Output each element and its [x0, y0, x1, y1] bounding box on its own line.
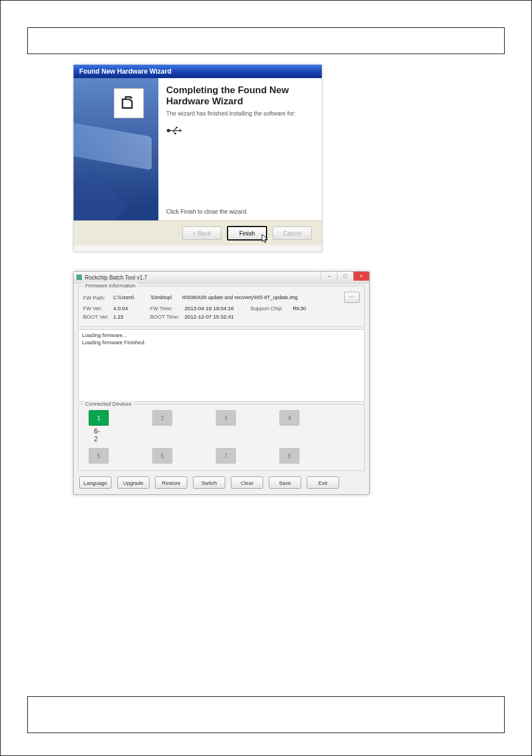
device-4[interactable]: 4	[279, 410, 299, 426]
back-button[interactable]: < Back	[182, 227, 221, 240]
svg-rect-5	[175, 133, 176, 134]
devices-row-1: 1 6-2 2 3 4	[83, 408, 360, 428]
rk-titlebar: Rockchip Batch Tool v1.7 – □ ×	[74, 272, 369, 283]
minimize-button[interactable]: –	[321, 272, 337, 281]
fw-ver-value: 4.0.04	[113, 305, 147, 311]
boot-time-label: BOOT Time:	[150, 314, 181, 320]
device-1-label: 1	[97, 415, 100, 421]
boot-time-value: 2012-12-07 15:32:41	[185, 314, 234, 320]
device-3[interactable]: 3	[216, 410, 236, 426]
footer-box	[27, 696, 505, 733]
device-2[interactable]: 2	[152, 410, 172, 426]
firmware-group-title: Firmware Information	[83, 282, 138, 288]
finish-button[interactable]: Finish	[227, 226, 267, 240]
devices-row-2: 5 6 7 8	[83, 446, 360, 466]
wizard-titlebar: Found New Hardware Wizard	[74, 65, 322, 78]
exit-button[interactable]: Exit	[307, 476, 339, 489]
fw-path-a: C:\Users\	[113, 295, 134, 300]
support-chip-value: RK30	[293, 305, 306, 311]
devices-group-title: Connected Devices	[83, 401, 133, 407]
wizard-sidebar	[74, 78, 158, 220]
fw-path-label: FW Path:	[83, 295, 110, 301]
device-5[interactable]: 5	[89, 448, 109, 464]
fw-path-value: C:\Users\ \Desktop\ IIIS080428 update an…	[113, 295, 341, 300]
language-button[interactable]: Language	[79, 476, 112, 489]
device-7[interactable]: 7	[216, 448, 236, 464]
main-content: Found New Hardware Wizard Completing the…	[27, 64, 505, 495]
browse-button[interactable]: …	[344, 292, 360, 303]
log-panel: Loading firmware... Loading firmware Fin…	[78, 329, 365, 402]
device-8[interactable]: 8	[279, 448, 299, 464]
wizard-close-text: Click Finish to close the wizard.	[166, 208, 248, 215]
wizard-main: Completing the Found New Hardware Wizard…	[158, 78, 322, 220]
hardware-icon	[114, 88, 144, 118]
boot-ver-label: BOOT Ver:	[83, 314, 110, 320]
fw-ver-row: FW Ver: 4.0.04 FW Time: 2013-04-19 19:04…	[83, 305, 360, 311]
fw-ver-label: FW Ver:	[83, 305, 110, 311]
fw-time-value: 2013-04-19 19:04:16	[185, 305, 247, 311]
firmware-group: Firmware Information FW Path: C:\Users\ …	[78, 286, 365, 327]
support-chip-label: Support Chip:	[250, 305, 289, 311]
save-button[interactable]: Save	[269, 476, 301, 489]
decor-chip	[74, 171, 129, 220]
restore-button[interactable]: Restore	[155, 476, 187, 489]
device-6[interactable]: 6	[152, 448, 172, 464]
rk-title: Rockchip Batch Tool v1.7	[85, 275, 147, 281]
wizard-window: Found New Hardware Wizard Completing the…	[73, 64, 322, 252]
window-controls: – □ ×	[321, 272, 369, 281]
fw-path-c: IIIS080428 update and recovery\IIIS-8T_u…	[182, 295, 298, 300]
fw-time-label: FW Time:	[150, 305, 181, 311]
switch-button[interactable]: Switch	[193, 476, 225, 489]
device-1-sub: 6-2	[94, 427, 104, 443]
devices-group: Connected Devices 1 6-2 2 3 4 5 6 7 8	[78, 404, 365, 471]
fw-path-row: FW Path: C:\Users\ \Desktop\ IIIS080428 …	[83, 292, 360, 303]
boot-ver-value: 1.22	[113, 314, 147, 320]
wizard-heading: Completing the Found New Hardware Wizard	[166, 85, 314, 107]
decor-bar	[74, 120, 152, 170]
wizard-footer: < Back Finish Cancel	[74, 220, 322, 245]
cancel-button[interactable]: Cancel	[273, 227, 312, 240]
header-bar	[27, 27, 505, 54]
rk-window: Rockchip Batch Tool v1.7 – □ × Firmware …	[73, 271, 370, 495]
device-1[interactable]: 1 6-2	[89, 410, 109, 426]
svg-point-0	[167, 129, 170, 132]
fw-path-b: \Desktop\	[151, 295, 172, 300]
wizard-subtext: The wizard has finished installing the s…	[166, 110, 314, 117]
finish-label: Finish	[239, 230, 255, 237]
svg-point-3	[176, 127, 177, 128]
rk-app-icon	[76, 274, 83, 281]
close-button[interactable]: ×	[353, 272, 369, 281]
maximize-button[interactable]: □	[337, 272, 353, 281]
upgrade-button[interactable]: Upgrade	[117, 476, 149, 489]
cursor-icon	[262, 234, 269, 244]
clear-button[interactable]: Clear	[231, 476, 263, 489]
boot-ver-row: BOOT Ver: 1.22 BOOT Time: 2012-12-07 15:…	[83, 314, 360, 320]
wizard-body: Completing the Found New Hardware Wizard…	[74, 78, 322, 220]
usb-icon	[166, 126, 182, 136]
svg-rect-6	[76, 275, 82, 280]
page: Found New Hardware Wizard Completing the…	[0, 0, 532, 756]
rk-buttonbar: Language Upgrade Restore Switch Clear Sa…	[74, 473, 369, 494]
